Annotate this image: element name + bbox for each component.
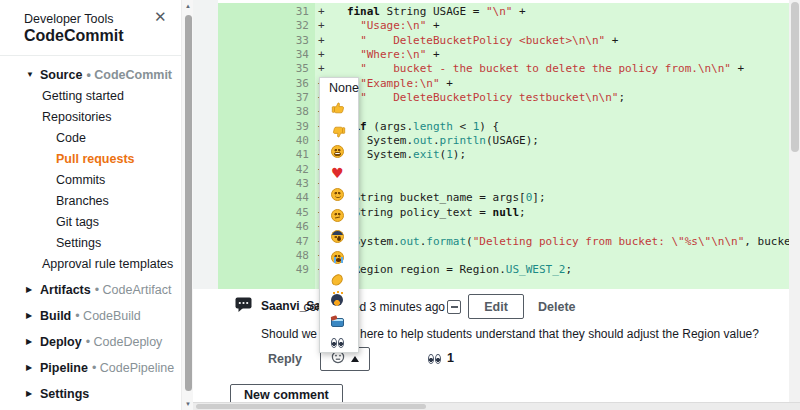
code-token: println xyxy=(440,134,486,147)
emoji-fearful-face[interactable] xyxy=(320,226,358,247)
sidebar-item-artifacts[interactable]: ▶Artifacts• CodeArtifact xyxy=(0,279,181,300)
close-icon[interactable]: ✕ xyxy=(154,8,167,26)
emoji-none-option[interactable]: None xyxy=(320,78,358,99)
sidebar-item-pull-requests[interactable]: Pull requests xyxy=(0,148,181,169)
collapse-comment-icon[interactable] xyxy=(447,300,461,314)
sidebar-scrollbar-thumb[interactable] xyxy=(185,15,192,391)
reply-button[interactable]: Reply xyxy=(268,352,302,366)
sidebar-item-approval-rule-templates[interactable]: Approval rule templates xyxy=(0,253,181,274)
code-token: ) { xyxy=(479,120,499,133)
nav-link-label: Commits xyxy=(56,173,105,187)
reaction-count[interactable]: 1 xyxy=(428,351,454,365)
nav-link-label: Getting started xyxy=(42,89,124,103)
scroll-down-icon[interactable]: ▼ xyxy=(184,401,192,407)
nav-link-label: Repositories xyxy=(42,110,111,124)
sidebar-item-commits[interactable]: Commits xyxy=(0,169,181,190)
sidebar-scrollbar[interactable]: ▲ ▼ xyxy=(181,0,193,410)
code-token: out xyxy=(400,235,420,248)
code-line-40: + System.out.println(USAGE); xyxy=(315,134,789,148)
sidebar-item-branches[interactable]: Branches xyxy=(0,190,181,211)
code-token xyxy=(327,62,360,75)
diff-added-marker: + xyxy=(315,48,327,62)
grinning-face-icon xyxy=(331,145,344,158)
main-horizontal-scrollbar[interactable] xyxy=(193,402,800,410)
main-vertical-scrollbar-thumb[interactable] xyxy=(791,2,799,152)
sidebar-item-source[interactable]: ▼Source• CodeCommit xyxy=(0,64,181,85)
emoji-grinning-face[interactable] xyxy=(320,141,358,162)
sidebar-nav: ▼Source• CodeCommitGetting startedReposi… xyxy=(0,64,181,404)
sidebar-item-repositories[interactable]: Repositories xyxy=(0,106,181,127)
sidebar-item-code[interactable]: Code xyxy=(0,127,181,148)
service-name: • CodeCommit xyxy=(86,68,172,82)
sidebar-item-pipeline[interactable]: ▶Pipeline• CodePipeline xyxy=(0,357,181,378)
code-token: ; xyxy=(519,206,526,219)
code-token: + xyxy=(440,77,453,90)
line-number: 39 xyxy=(218,120,315,134)
line-number: 49 xyxy=(218,263,315,277)
smiling-face-icon xyxy=(331,188,344,201)
code-line-48: + xyxy=(315,249,789,263)
delete-button[interactable]: Delete xyxy=(538,300,576,314)
emoji-confused-face[interactable] xyxy=(320,205,358,226)
line-number: 35 xyxy=(218,62,315,76)
code-token: "\n" xyxy=(486,5,513,18)
comment-bubble-icon xyxy=(235,297,252,317)
service-name: • CodeDeploy xyxy=(86,335,163,349)
line-number: 34 xyxy=(218,48,315,62)
code-token: " DeleteBucketPolicy <bucket>\n\n" xyxy=(360,34,605,47)
emoji-fist[interactable] xyxy=(320,269,358,290)
fearful-face-icon xyxy=(331,230,344,243)
diff-code: + final String USAGE = "\n" ++ "Usage:\n… xyxy=(315,3,789,289)
code-token xyxy=(327,19,360,32)
code-line-31: + final String USAGE = "\n" + xyxy=(315,5,789,19)
chevron-right-icon: ▶ xyxy=(26,389,40,398)
nav-link-label: Pull requests xyxy=(56,152,135,166)
code-line-46: + xyxy=(315,220,789,234)
code-token: + xyxy=(512,5,525,18)
code-token: out xyxy=(413,134,433,147)
emoji-heart[interactable]: ♥ xyxy=(320,163,358,184)
crying-face-icon xyxy=(331,251,344,264)
sidebar-item-getting-started[interactable]: Getting started xyxy=(0,85,181,106)
code-line-49: + Region region = Region.US_WEST_2; xyxy=(315,263,789,277)
code-line-45: + String policy_text = null; xyxy=(315,206,789,220)
line-number: 47 xyxy=(218,235,315,249)
nav-link-label: Approval rule templates xyxy=(42,257,173,271)
sidebar-item-git-tags[interactable]: Git tags xyxy=(0,211,181,232)
emoji-thumbs-down[interactable] xyxy=(320,120,358,141)
section-label: Settings xyxy=(40,387,89,401)
line-number: 33 xyxy=(218,34,315,48)
code-line-44: + String bucket_name = args[0]; xyxy=(315,191,789,205)
emoji-confetti-ball[interactable] xyxy=(320,290,358,311)
thumbs-down-icon xyxy=(331,121,346,140)
main-horizontal-scrollbar-thumb[interactable] xyxy=(196,404,426,409)
emoji-crying-face[interactable] xyxy=(320,247,358,268)
code-token: + xyxy=(605,34,618,47)
sidebar-item-build[interactable]: ▶Build• CodeBuild xyxy=(0,305,181,326)
sidebar-item-deploy[interactable]: ▶Deploy• CodeDeploy xyxy=(0,331,181,352)
code-token: "Where:\n" xyxy=(360,48,426,61)
code-token xyxy=(327,34,360,47)
code-token: exit xyxy=(413,148,440,161)
sidebar-item-settings[interactable]: ▶Settings xyxy=(0,383,181,404)
code-token: , bucket_name); xyxy=(744,235,789,248)
emoji-thumbs-up[interactable] xyxy=(320,99,358,120)
code-line-41: + System.exit(1); xyxy=(315,148,789,162)
line-number: 31 xyxy=(218,5,315,19)
code-line-47: + System.out.format("Deleting policy fro… xyxy=(315,235,789,249)
confused-face-icon xyxy=(331,209,344,222)
main-vertical-scrollbar[interactable] xyxy=(789,0,800,402)
code-token: null xyxy=(493,206,520,219)
code-line-39: + if (args.length < 1) { xyxy=(315,120,789,134)
code-token: format xyxy=(426,235,466,248)
sidebar-item-settings[interactable]: Settings xyxy=(0,232,181,253)
sidebar: Developer Tools ✕ CodeCommit ▼Source• Co… xyxy=(0,0,181,410)
code-token: 1 xyxy=(446,148,453,161)
code-line-34: + "Where:\n" + xyxy=(315,48,789,62)
scroll-up-icon[interactable]: ▲ xyxy=(184,3,192,9)
emoji-smiling-face[interactable] xyxy=(320,184,358,205)
edit-button[interactable]: Edit xyxy=(468,294,524,319)
emoji-eyes[interactable] xyxy=(320,332,358,353)
code-line-38: + xyxy=(315,105,789,119)
emoji-inbox-tray[interactable] xyxy=(320,311,358,332)
